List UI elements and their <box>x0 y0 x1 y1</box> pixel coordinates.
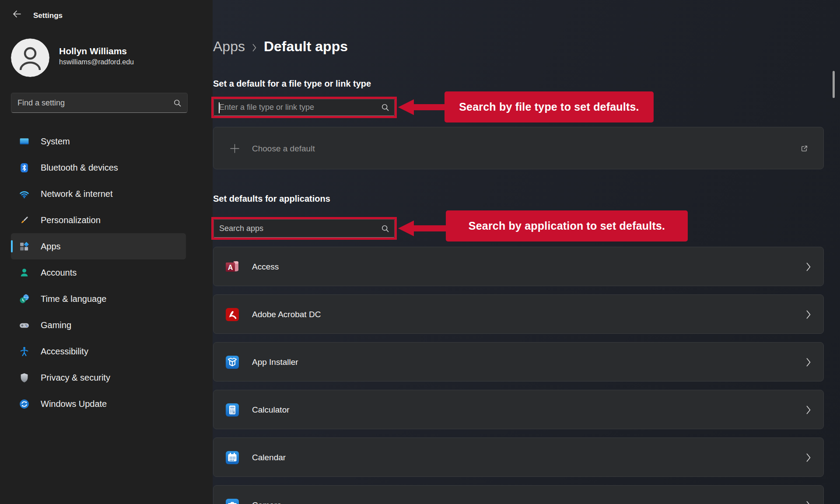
wifi-icon <box>19 189 30 200</box>
find-a-setting-placeholder: Find a setting <box>18 98 174 108</box>
file-type-section-heading: Set a default for a file type or link ty… <box>213 79 371 89</box>
app-row-adobe-acrobat[interactable]: Adobe Acrobat DC <box>213 294 824 334</box>
sidebar-item-bluetooth-devices[interactable]: Bluetooth & devices <box>11 154 186 181</box>
chevron-right-icon <box>806 500 811 504</box>
system-icon <box>19 136 30 147</box>
app-row-app-installer[interactable]: App Installer <box>213 342 824 382</box>
apps-section-heading: Set defaults for applications <box>213 194 330 204</box>
sidebar-item-accounts[interactable]: Accounts <box>11 259 186 286</box>
annotation-arrow-shaft <box>413 225 447 231</box>
sidebar-item-time-language[interactable]: Time & language <box>11 286 186 312</box>
apps-icon <box>19 241 30 252</box>
chevron-right-icon <box>806 357 811 369</box>
choose-default-button[interactable]: Choose a default <box>213 127 824 169</box>
calendar-app-icon <box>224 450 240 466</box>
person-icon <box>19 267 30 278</box>
back-arrow-icon <box>12 9 21 19</box>
breadcrumb-apps-link[interactable]: Apps <box>213 38 245 55</box>
access-app-icon: A <box>224 259 240 275</box>
breadcrumb: Apps Default apps <box>213 38 348 55</box>
chevron-right-icon <box>806 453 811 464</box>
shield-icon <box>19 372 30 383</box>
annotation-arrow-shaft <box>413 104 446 110</box>
adobe-acrobat-app-icon <box>224 307 240 322</box>
apps-annotation: Search by application to set defaults. <box>446 210 688 242</box>
user-email: hswilliams@radford.edu <box>59 58 134 66</box>
sidebar-item-system[interactable]: System <box>11 128 186 154</box>
update-arrows-icon <box>19 399 30 410</box>
chevron-right-icon <box>806 262 811 273</box>
sidebar-item-apps[interactable]: Apps <box>11 233 186 259</box>
choose-default-label: Choose a default <box>252 144 315 154</box>
user-name: Hollyn Williams <box>59 46 127 56</box>
find-a-setting-input[interactable]: Find a setting <box>11 93 188 113</box>
user-profile[interactable] <box>11 38 49 77</box>
page-title: Default apps <box>264 38 348 55</box>
file-type-annotation: Search by file type to set defaults. <box>444 91 654 122</box>
apps-search-field[interactable] <box>214 219 395 238</box>
app-row-calendar[interactable]: Calendar <box>213 438 824 477</box>
app-row-calculator[interactable]: Calculator <box>213 390 824 429</box>
apps-search-input[interactable] <box>219 224 382 233</box>
bluetooth-icon <box>19 162 30 173</box>
breadcrumb-chevron-icon <box>252 43 257 52</box>
paintbrush-icon <box>19 215 30 226</box>
sidebar-item-accessibility[interactable]: Accessibility <box>11 338 186 364</box>
accessibility-person-icon <box>19 346 30 357</box>
sidebar-item-network-internet[interactable]: Network & internet <box>11 181 186 207</box>
file-type-search-field[interactable] <box>214 99 395 116</box>
calculator-app-icon <box>224 402 240 418</box>
settings-nav: System Bluetooth & devices Network & int… <box>11 128 186 417</box>
sidebar-item-gaming[interactable]: Gaming <box>11 312 186 338</box>
search-icon <box>382 104 389 111</box>
selected-accent-pill <box>11 240 13 252</box>
plus-icon <box>229 143 240 156</box>
back-button[interactable] <box>8 6 25 22</box>
open-external-icon <box>800 144 808 154</box>
annotation-arrowhead <box>398 99 414 115</box>
sidebar-item-privacy-security[interactable]: Privacy & security <box>11 364 186 391</box>
annotation-arrowhead <box>398 220 414 236</box>
chevron-right-icon <box>806 310 811 321</box>
app-installer-app-icon <box>224 354 240 370</box>
file-type-search-input[interactable] <box>219 103 382 112</box>
apps-search-highlight <box>211 217 397 240</box>
gamepad-icon <box>19 320 30 331</box>
sidebar-item-windows-update[interactable]: Windows Update <box>11 391 186 417</box>
window-title: Settings <box>33 11 63 20</box>
camera-app-icon <box>224 497 240 504</box>
app-row-camera[interactable]: Camera <box>213 485 824 504</box>
avatar-icon <box>11 38 49 77</box>
search-icon <box>382 225 389 232</box>
svg-text:A: A <box>228 264 233 271</box>
text-cursor <box>219 102 220 113</box>
app-row-access[interactable]: A Access <box>213 247 824 286</box>
clock-globe-icon <box>19 294 30 304</box>
scrollbar-thumb[interactable] <box>833 71 835 98</box>
file-type-search-highlight <box>211 97 397 118</box>
sidebar-item-personalization[interactable]: Personalization <box>11 207 186 233</box>
chevron-right-icon <box>806 405 811 416</box>
search-icon <box>174 99 181 107</box>
